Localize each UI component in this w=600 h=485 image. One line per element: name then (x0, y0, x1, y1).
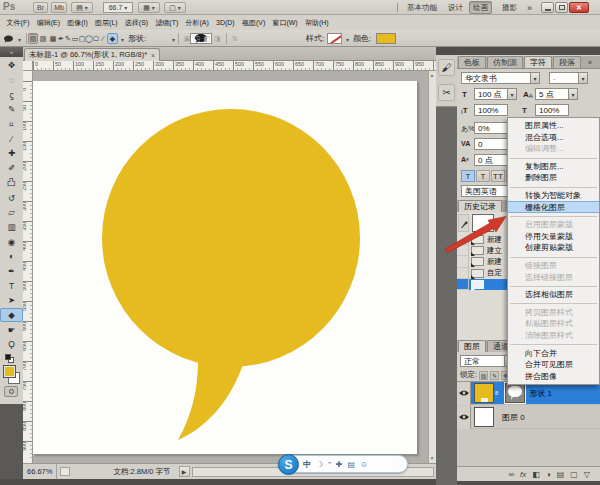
faux-italic-button[interactable]: T (476, 170, 490, 182)
path-selection-tool[interactable]: ➤ (0, 293, 23, 308)
tool-preset-picker[interactable] (3, 33, 14, 44)
visibility-cell[interactable] (457, 382, 471, 405)
chevron-down-icon[interactable]: ▾ (531, 72, 540, 84)
paths-mode-button[interactable]: ▨ (38, 33, 48, 44)
menu-item[interactable]: 帮助(H) (301, 18, 332, 28)
default-colors-icon[interactable] (5, 354, 15, 363)
ime-logo-icon[interactable]: S (278, 454, 299, 475)
context-menu-item[interactable]: 向下合并 (508, 347, 599, 359)
shape-layers-mode-button[interactable]: ▧ (28, 33, 38, 44)
context-menu-item[interactable]: 编辑调整... (508, 143, 599, 155)
foreground-color-swatch[interactable] (3, 365, 16, 378)
brush-panel-icon[interactable]: 🖌︎ (438, 59, 455, 76)
lock-transparent-pixels-icon[interactable]: ▧ (479, 371, 488, 380)
history-brush-tool[interactable]: ↺ (0, 190, 23, 205)
zoom-level-box[interactable]: 66.7▾ (103, 2, 133, 13)
launch-mini-bridge-button[interactable]: Mb (51, 2, 67, 13)
layer-thumbnail[interactable] (474, 407, 494, 427)
adjustment-layer-icon[interactable]: ◑ (546, 470, 551, 479)
menu-item[interactable]: 编辑(E) (33, 18, 64, 28)
menu-item[interactable]: 滤镜(T) (152, 18, 182, 28)
clone-source-panel-icon[interactable]: ✂︎ (438, 84, 455, 101)
all-caps-button[interactable]: TT (491, 170, 505, 182)
close-document-icon[interactable]: × (151, 52, 155, 59)
style-swatch-none[interactable] (327, 33, 342, 44)
context-menu-item[interactable] (508, 213, 599, 219)
view-extras-button[interactable]: ▤▾ (71, 2, 93, 13)
add-shape-area-button[interactable]: ▣ (182, 33, 192, 44)
font-family-field[interactable]: 华文隶书 (461, 72, 531, 84)
blend-mode-select[interactable]: 正常 (460, 355, 505, 367)
panel-tab[interactable]: 色板 (458, 56, 486, 68)
gradient-tool[interactable]: ▥ (0, 220, 23, 235)
context-menu-item[interactable] (508, 300, 599, 306)
chevron-down-icon[interactable]: ▾ (579, 72, 588, 84)
document-canvas[interactable] (33, 81, 417, 454)
close-button[interactable]: ✕ (569, 2, 589, 13)
ime-punctuation-icon[interactable]: ” (328, 460, 331, 469)
eraser-tool[interactable]: ▱ (0, 205, 23, 220)
collapse-panel-icon[interactable]: « (588, 59, 592, 66)
workspace-overflow-button[interactable]: » (524, 0, 535, 15)
context-menu-item[interactable]: 粘贴图层样式 (508, 318, 599, 330)
context-menu-item[interactable]: 创建剪贴蒙版 (508, 242, 599, 254)
subtract-shape-area-button[interactable]: ◳ (192, 33, 202, 44)
language-field[interactable]: 美国英语 (461, 185, 513, 197)
menu-item[interactable]: 图层(L) (91, 18, 121, 28)
dodge-tool[interactable]: ◐ (0, 249, 23, 264)
set-source-checkbox[interactable] (457, 279, 469, 290)
pen-tool[interactable]: ✒ (0, 264, 23, 279)
set-source-checkbox[interactable] (457, 268, 469, 279)
visibility-cell[interactable] (457, 406, 471, 429)
context-menu-item[interactable]: 选择链接图层 (508, 271, 599, 283)
custom-shape-tool[interactable]: ◆ (0, 308, 23, 323)
context-menu-item[interactable]: 拼合图像 (508, 370, 599, 382)
brush-tool[interactable]: ✐ (0, 161, 23, 176)
lock-image-pixels-icon[interactable]: ✎ (490, 371, 499, 380)
delete-layer-icon[interactable]: ▽ (584, 470, 590, 479)
workspace-photography[interactable]: 摄影 (499, 0, 520, 15)
chevron-down-icon[interactable]: ▾ (569, 88, 578, 100)
layer-row-shape1[interactable]: 8 形状 1 (457, 382, 600, 405)
menu-item[interactable]: 视图(V) (238, 18, 269, 28)
context-menu-item[interactable]: 停用矢量蒙版 (508, 231, 599, 243)
font-style-field[interactable]: - (549, 72, 579, 84)
quick-mask-button[interactable] (4, 386, 18, 397)
context-menu-item[interactable] (508, 283, 599, 289)
launch-bridge-button[interactable]: Br (33, 2, 48, 13)
horizontal-scale-field[interactable]: 100% (535, 104, 569, 116)
layer-style-icon[interactable]: fx (520, 470, 526, 479)
workspace-essentials[interactable]: 基本功能 (404, 0, 440, 15)
faux-bold-button[interactable]: T (461, 170, 475, 182)
new-layer-icon[interactable]: ▢ (570, 470, 578, 479)
vector-mask-thumbnail[interactable] (505, 383, 525, 403)
eyedropper-tool[interactable]: ∕ (0, 131, 23, 146)
ime-fullwidth-icon[interactable]: ☽ (316, 460, 323, 469)
blur-tool[interactable]: ◉ (0, 234, 23, 249)
hand-tool[interactable]: ☛ (0, 322, 23, 337)
type-tool[interactable]: T (0, 278, 23, 293)
document-tab[interactable]: 未标题-1 @ 66.7%(形状 1, RGB/8)* × (24, 48, 160, 61)
add-mask-icon[interactable]: ◧ (532, 470, 540, 479)
shape-color-swatch[interactable] (376, 33, 396, 44)
context-menu-item[interactable]: 选择相似图层 (508, 289, 599, 301)
ime-smiley-icon[interactable]: ☺ (360, 460, 368, 469)
context-menu-item[interactable] (508, 155, 599, 161)
link-layers-icon[interactable]: ∞ (508, 470, 514, 479)
context-menu-item[interactable] (508, 184, 599, 190)
menu-item[interactable]: 分析(A) (182, 18, 213, 28)
exclude-shape-area-button[interactable]: ◨ (212, 33, 222, 44)
vertical-scrollbar[interactable] (428, 71, 436, 463)
menu-item[interactable]: 3D(D) (212, 19, 238, 26)
minimize-button[interactable] (541, 2, 554, 13)
zoom-tool[interactable]: Ϙ (0, 337, 23, 352)
line-tool-button[interactable]: ∕ (99, 33, 107, 44)
set-source-checkbox[interactable] (457, 256, 469, 267)
workspace-design[interactable]: 设计 (445, 0, 466, 15)
restore-button[interactable] (555, 2, 568, 13)
ime-keyboard-icon[interactable]: ▤ (348, 460, 356, 469)
custom-shape-tool-button[interactable]: ◆ (107, 33, 118, 44)
context-menu-item[interactable]: 删除图层 (508, 172, 599, 184)
panel-tab[interactable]: 字符 (524, 56, 552, 68)
workspace-painting[interactable]: 绘画 (469, 1, 492, 14)
